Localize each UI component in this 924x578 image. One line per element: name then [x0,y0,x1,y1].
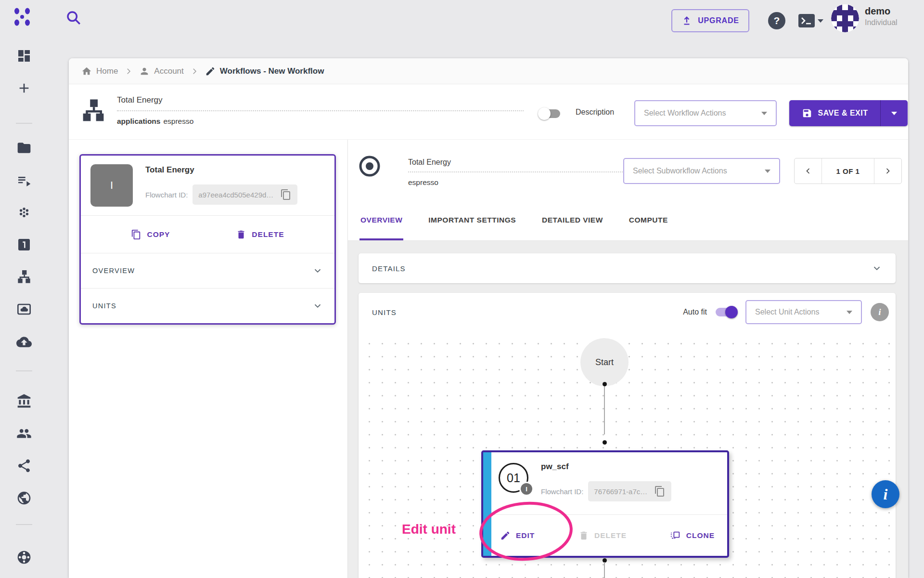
help-icon[interactable]: ? [768,12,785,29]
playlist-run-icon[interactable] [15,171,33,190]
pager-prev-button[interactable] [795,158,821,184]
save-exit-dropdown-button[interactable] [881,100,908,126]
flowchart-canvas[interactable]: Start 01 I [359,331,896,578]
workflow-header: Total Energy applicationsespresso Descri… [69,84,908,140]
terminal-icon[interactable] [798,13,823,28]
tab-overview[interactable]: OVERVIEW [359,201,403,240]
pager-next-button[interactable] [874,158,901,184]
subworkflow-title[interactable]: Total Energy [408,158,451,167]
delete-button[interactable]: DELETE [236,229,284,240]
breadcrumb-account[interactable]: Account [139,66,183,77]
breadcrumb-home[interactable]: Home [81,66,118,77]
copy-icon[interactable] [654,486,666,497]
image-cloud-icon[interactable] [15,300,33,318]
workflow-card-title: Total Energy [145,165,297,175]
units-panel: UNITS Auto fit Select Unit Actions i St [359,293,896,578]
autofit-label: Auto fit [683,308,707,316]
unit-card-pw-scf[interactable]: 01 I pw_scf Flowchart ID: 76766971-a7c… [481,450,729,558]
description-toggle[interactable] [539,109,560,118]
unit-delete-button[interactable]: DELETE [578,530,627,541]
connector-line [604,386,605,434]
user-plan: Individual [865,18,898,27]
save-exit-button[interactable]: SAVE & EXIT [789,100,881,126]
unit-actions-select[interactable]: Select Unit Actions [745,300,862,324]
unit-name: pw_scf [541,462,671,472]
flowchart-icon[interactable] [15,268,33,286]
dashboard-icon[interactable] [15,47,33,65]
tab-compute[interactable]: COMPUTE [628,201,669,240]
workflow-avatar: I [90,164,133,207]
wheel-icon[interactable] [15,548,33,566]
atoms-icon[interactable] [15,203,33,222]
chevron-down-icon [312,265,323,276]
search-icon[interactable] [65,10,82,26]
copy-icon[interactable] [280,189,292,200]
workflow-list-panel: I Total Energy Flowchart ID: a97eea4cd50… [69,140,348,578]
chevron-down-icon [847,311,852,314]
unit-edit-button[interactable]: EDIT [500,530,535,541]
user-menu[interactable]: demo Individual [865,6,898,27]
details-accordion[interactable]: DETAILS [359,253,896,283]
home-icon [81,66,92,77]
upload-icon [681,15,692,26]
pager-status: 1 OF 1 [821,158,874,184]
one-box-icon[interactable] [15,236,33,254]
chevron-down-icon [312,301,323,311]
breadcrumb-current: Workflows - New Workflow [205,66,324,77]
sidebar-divider [16,524,32,525]
people-icon[interactable] [15,424,33,443]
chevron-down-icon [891,112,897,115]
flowchart-id-value: a97eea4cd505e429d… [198,191,273,199]
tab-detailed-view[interactable]: DETAILED VIEW [541,201,604,240]
workflow-subtitle: applicationsespresso [117,117,193,126]
connector-dot [603,382,607,386]
info-fab-button[interactable]: i [872,480,899,508]
unit-flowchart-id-chip[interactable]: 76766971-a7c… [588,481,671,501]
tab-important-settings[interactable]: IMPORTANT SETTINGS [427,201,517,240]
workflow-icon [80,97,106,125]
save-icon [802,108,812,118]
dashed-divider [117,110,524,111]
sidebar [0,0,48,578]
chevron-down-icon [872,263,882,274]
autofit-toggle[interactable] [716,308,737,316]
person-icon [139,66,150,77]
globe-icon[interactable] [15,489,33,507]
info-icon[interactable]: i [871,303,889,321]
trash-icon [578,530,589,541]
unit-clone-button[interactable]: CLONE [670,530,715,541]
pencil-icon [500,530,511,541]
save-exit-split-button: SAVE & EXIT [789,100,908,126]
trash-icon [236,229,246,240]
folder-icon[interactable] [15,139,33,157]
accordion-units[interactable]: UNITS [81,288,334,323]
subworkflow-icon [359,155,381,177]
workflow-actions-select[interactable]: Select Workflow Actions [634,100,777,126]
upgrade-button[interactable]: UPGRADE [671,9,749,32]
chevron-down-icon [818,19,823,23]
copy-icon [131,229,141,240]
units-header: UNITS Auto fit Select Unit Actions i [359,293,896,331]
connector-line [604,562,605,578]
chevron-down-icon [761,112,767,115]
add-icon[interactable] [15,79,33,97]
sidebar-divider [16,123,32,124]
bank-icon[interactable] [15,392,33,410]
accordion-overview[interactable]: OVERVIEW [81,253,334,288]
flowchart-id-chip[interactable]: a97eea4cd505e429d… [192,184,297,205]
start-node[interactable]: Start [580,338,629,386]
workflow-title[interactable]: Total Energy [117,95,163,105]
copy-button[interactable]: COPY [131,229,170,240]
pencil-icon [205,66,216,77]
subworkflow-actions-select[interactable]: Select Subworkflow Actions [623,158,780,184]
user-name: demo [865,6,898,17]
selected-workflow-card[interactable]: I Total Energy Flowchart ID: a97eea4cd50… [79,154,336,325]
connector-dot [603,440,607,445]
chevron-right-icon [124,67,133,76]
avatar[interactable] [831,4,859,32]
upgrade-label: UPGRADE [698,16,739,25]
breadcrumb: Home Account Workflows - New Workflow [69,58,908,84]
subworkflow-panel: Total Energy espresso Select Subworkflow… [348,140,908,578]
cloud-upload-icon[interactable] [15,333,33,351]
share-icon[interactable] [15,457,33,475]
